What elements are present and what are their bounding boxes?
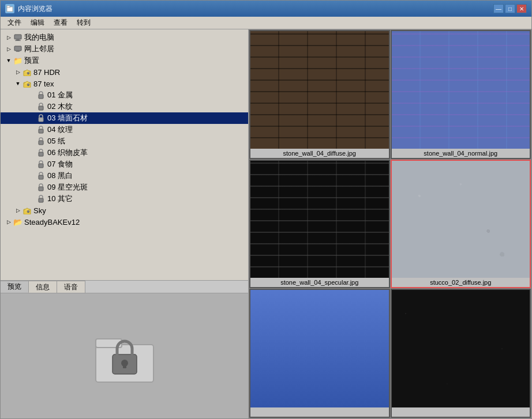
tree-label: 03 墙面石材	[47, 113, 88, 123]
thumb-stone-normal[interactable]: stone_wall_04_normal.jpg	[391, 30, 531, 159]
svg-rect-22	[39, 198, 43, 202]
menu-view[interactable]: 查看	[49, 17, 72, 29]
expand-arrow: ▷	[5, 218, 12, 225]
tree-label: SteadyBAKEv12	[24, 218, 80, 227]
content-area: ▷ 我的电脑 ▷	[1, 29, 531, 418]
app-window: 内容浏览器 — □ ✕ 文件 编辑 查看 转到 ▷	[0, 0, 532, 419]
expand-arrow	[28, 149, 35, 156]
tab-info[interactable]: 信息	[29, 281, 57, 293]
tree-item-presets[interactable]: ▼ 📁 预置	[1, 55, 248, 66]
svg-rect-21	[39, 187, 43, 191]
svg-rect-9	[28, 73, 29, 74]
lock-folder-icon	[23, 79, 32, 88]
thumb-image	[392, 161, 530, 278]
tree-item-stars[interactable]: 09 星空光斑	[1, 182, 248, 193]
window-controls: — □ ✕	[493, 4, 527, 13]
lock-icon	[36, 160, 46, 169]
tree-item-paper[interactable]: 05 纸	[1, 135, 248, 147]
tree-item-wood[interactable]: 02 木纹	[1, 101, 248, 112]
lock-icon	[36, 90, 46, 100]
tree-item-other[interactable]: 10 其它	[1, 193, 248, 205]
bottom-panel: 预览 信息 语音	[1, 280, 248, 418]
menu-file[interactable]: 文件	[3, 17, 26, 29]
tree-item-hdr[interactable]: ▷ 87 HDR	[1, 66, 248, 78]
left-panel: ▷ 我的电脑 ▷	[1, 29, 249, 418]
svg-rect-3	[16, 39, 20, 40]
svg-rect-18	[39, 152, 43, 156]
tree-item-steady[interactable]: ▷ 📂 SteadyBAKEv12	[1, 216, 248, 228]
thumb-stucco-diffuse[interactable]: stucco_02_diffuse.jpg	[391, 160, 531, 289]
thumb-stone-specular[interactable]: stone_wall_04_specular.jpg	[249, 160, 390, 289]
svg-rect-2	[14, 35, 21, 39]
lock-icon	[36, 114, 46, 123]
thumb-label: stone_wall_04_normal.jpg	[392, 149, 530, 158]
tree-item-my-computer[interactable]: ▷ 我的电脑	[1, 32, 248, 43]
computer-icon	[13, 33, 23, 42]
tree-label: 87 HDR	[33, 68, 60, 77]
tree-label: 05 纸	[47, 136, 65, 146]
minimize-button[interactable]: —	[493, 4, 504, 13]
thumb-label	[250, 407, 389, 417]
tab-bar: 预览 信息 语音	[1, 281, 248, 293]
lock-icon	[36, 137, 46, 146]
lock-icon	[36, 125, 46, 134]
expand-arrow	[28, 161, 35, 168]
expand-arrow	[28, 138, 35, 145]
tree-item-texture[interactable]: 04 纹理	[1, 124, 248, 135]
tree-label: 预置	[24, 55, 39, 66]
tree-label: 08 黑白	[47, 171, 73, 181]
tree-item-sky[interactable]: ▷ Sky	[1, 205, 248, 216]
tree-label: 02 木纹	[47, 101, 73, 112]
tree-item-network[interactable]: ▷ 网上邻居	[1, 43, 248, 55]
tree-label: 10 其它	[47, 194, 73, 204]
tree-label: 我的电脑	[24, 32, 54, 43]
svg-rect-30	[123, 363, 126, 368]
expand-arrow: ▼	[5, 57, 12, 64]
lock-icon	[36, 148, 46, 157]
tree-item-wall[interactable]: 03 墙面石材	[1, 112, 248, 124]
preview-folder-icon	[87, 324, 162, 388]
expand-arrow: ▷	[5, 46, 12, 52]
thumb-image	[250, 31, 389, 149]
tree-item-bw[interactable]: 08 黑白	[1, 170, 248, 182]
svg-rect-19	[39, 164, 43, 168]
close-button[interactable]: ✕	[516, 4, 527, 13]
lock-icon	[36, 171, 46, 180]
tree-label: 87 tex	[33, 80, 54, 88]
svg-rect-13	[39, 95, 43, 99]
thumb-stone-diffuse[interactable]: stone_wall_04_diffuse.jpg	[249, 30, 390, 159]
menu-edit[interactable]: 编辑	[26, 17, 49, 29]
tree-view[interactable]: ▷ 我的电脑 ▷	[1, 29, 248, 280]
tree-label: 网上邻居	[24, 44, 54, 54]
thumb-image	[392, 290, 530, 407]
tab-language[interactable]: 语音	[57, 281, 85, 293]
tree-item-metal[interactable]: 01 金属	[1, 89, 248, 101]
tree-item-fabric[interactable]: 06 织物皮革	[1, 147, 248, 158]
menu-goto[interactable]: 转到	[72, 17, 95, 29]
svg-rect-15	[39, 118, 43, 122]
tree-item-food[interactable]: 07 食物	[1, 158, 248, 170]
expand-arrow: ▷	[14, 69, 21, 76]
tree-label: 04 纹理	[47, 124, 73, 135]
svg-rect-16	[39, 129, 43, 133]
menu-bar: 文件 编辑 查看 转到	[1, 17, 531, 29]
svg-rect-14	[39, 106, 43, 110]
expand-arrow: ▼	[14, 80, 21, 87]
tree-label: 06 织物皮革	[47, 148, 88, 158]
thumb-blue[interactable]	[249, 289, 390, 418]
lock-folder-icon	[23, 206, 32, 215]
tree-label: 01 金属	[47, 90, 73, 100]
tree-item-tex[interactable]: ▼ 87 tex	[1, 78, 248, 89]
expand-arrow	[28, 115, 35, 122]
maximize-button[interactable]: □	[505, 4, 515, 13]
preview-area	[1, 293, 248, 418]
expand-arrow	[28, 184, 35, 191]
right-panel[interactable]: stone_wall_04_diffuse.jpg stone_wall_04_…	[249, 29, 531, 418]
thumb-label	[392, 407, 530, 417]
lock-folder-icon	[23, 67, 32, 77]
tab-preview[interactable]: 预览	[1, 281, 29, 293]
thumb-dark[interactable]	[391, 289, 531, 418]
svg-rect-6	[16, 51, 20, 52]
window-title: 内容浏览器	[18, 4, 53, 14]
thumb-image	[392, 31, 530, 149]
